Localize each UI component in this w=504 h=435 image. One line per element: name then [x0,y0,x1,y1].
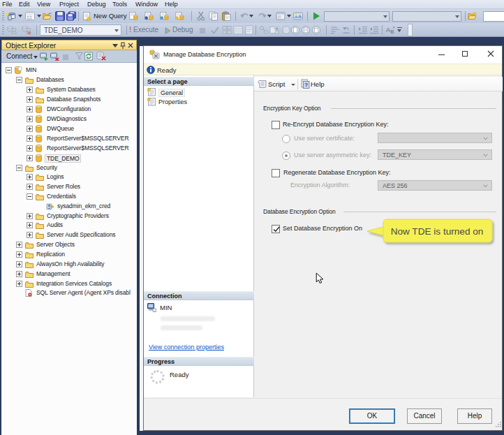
svg-text:?: ? [304,82,308,88]
svg-text:Now TDE is turned on: Now TDE is turned on [391,226,484,237]
svg-text:B: B [390,29,394,35]
